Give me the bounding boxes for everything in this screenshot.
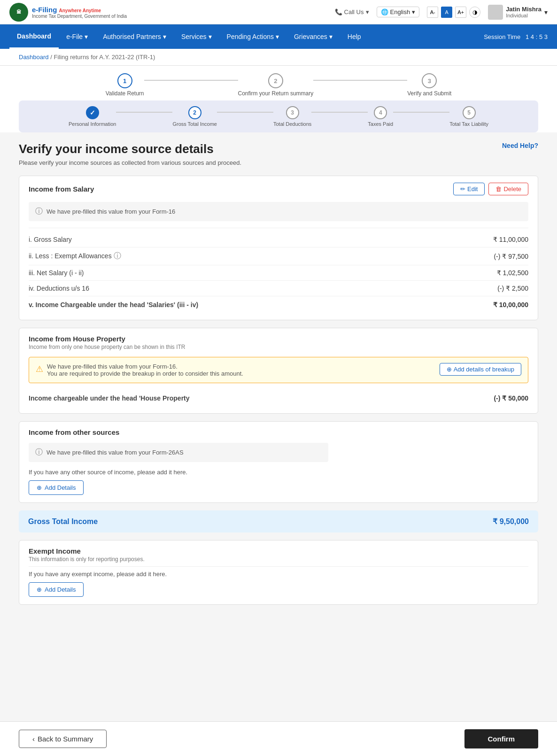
salary-row-label-3: iv. Deductions u/s 16 — [29, 285, 89, 292]
gross-total-label: Gross Total Income — [28, 517, 98, 526]
font-decrease-button[interactable]: A- — [427, 7, 438, 18]
svc-chevron: ▾ — [209, 33, 212, 40]
language-selector[interactable]: 🌐 English ▾ — [377, 7, 420, 17]
salary-row-label-4: v. Income Chargeable under the head 'Sal… — [29, 301, 198, 309]
globe-icon: 🌐 — [381, 8, 388, 15]
contrast-button[interactable]: ◑ — [469, 7, 480, 18]
step-sub-label-3: Total Deductions — [273, 121, 311, 127]
other-sources-add-text: If you have any other source of income, … — [29, 469, 528, 476]
phone-icon: 📞 — [335, 8, 342, 15]
step-sub-3: 3 Total Deductions — [273, 106, 311, 127]
top-bar-right: 📞 Call Us ▾ 🌐 English ▾ A- A A+ ◑ Jatin … — [335, 5, 548, 20]
exempt-card-body: If you have any exempt income, please ad… — [19, 566, 538, 604]
nav-item-efile[interactable]: e-File ▾ — [59, 24, 95, 49]
step-sub-label-5: Total Tax Liability — [449, 121, 488, 127]
step-sub-label-1: Personal Information — [69, 121, 116, 127]
step-main-label-2: Confirm your Return summary — [238, 90, 314, 97]
language-label: English — [390, 8, 410, 15]
salary-row-value-0: ₹ 11,00,000 — [493, 236, 528, 243]
step-main-2: 2 Confirm your Return summary — [238, 73, 314, 97]
warn-text-2: You are required to provide the breakup … — [47, 370, 243, 377]
salary-row-value-4: ₹ 10,00,000 — [493, 301, 528, 309]
call-us-link[interactable]: 📞 Call Us ▾ — [335, 8, 369, 15]
salary-row-label-1: ii. Less : Exempt Allowances ⓘ — [29, 251, 121, 261]
font-increase-button[interactable]: A+ — [455, 7, 466, 18]
other-sources-prefill-text: We have pre-filled this value from your … — [46, 449, 184, 456]
salary-edit-button[interactable]: ✏ Edit — [453, 183, 485, 195]
page-title: Verify your income source details — [19, 142, 214, 156]
warn-banner-message: We have pre-filled this value from your … — [47, 363, 243, 377]
exempt-add-details-button[interactable]: ⊕ Add Details — [29, 582, 84, 597]
session-time: Session Time 1 4 : 5 3 — [484, 33, 548, 40]
exempt-card-header: Exempt Income This information is only f… — [19, 540, 538, 564]
warning-icon: ⚠ — [36, 364, 43, 374]
call-us-chevron: ▾ — [366, 8, 369, 15]
step-sub-2: 2 Gross Total Income — [172, 106, 217, 127]
top-bar: 🏛 e-Filing Anywhere Anytime Income Tax D… — [0, 0, 557, 24]
step-sub-label-2: Gross Total Income — [172, 121, 217, 127]
user-info[interactable]: Jatin Mishra Individual ▾ — [488, 5, 548, 20]
info-icon-2: ⓘ — [35, 447, 43, 457]
step-sub-line-3 — [311, 112, 368, 113]
nav-item-grievances[interactable]: Grievances ▾ — [286, 24, 340, 49]
trash-icon: 🗑 — [495, 185, 502, 193]
step-main-3: 3 Verify and Submit — [407, 73, 451, 97]
stepper-outer: 1 Validate Return 2 Confirm your Return … — [0, 66, 557, 132]
salary-card-actions: ✏ Edit 🗑 Delete — [453, 183, 528, 195]
house-property-row-value-0: (-) ₹ 50,000 — [494, 394, 528, 402]
nav-item-help[interactable]: Help — [340, 24, 369, 49]
font-normal-button[interactable]: A — [441, 7, 452, 18]
salary-card-title: Income from Salary — [29, 185, 94, 193]
exempt-add-text: If you have any exempt income, please ad… — [29, 571, 528, 578]
page-subtitle: Please verify your income sources as col… — [19, 159, 538, 166]
step-sub-1: ✓ Personal Information — [69, 106, 116, 127]
page-header: Verify your income source details Need H… — [19, 142, 538, 156]
other-sources-add-details-button[interactable]: ⊕ Add Details — [29, 480, 84, 495]
logo-subtitle: Income Tax Department, Government of Ind… — [32, 14, 127, 19]
add-breakup-button[interactable]: ⊕ Add details of breakup — [440, 363, 521, 376]
nav-bar: Dashboard e-File ▾ Authorised Partners ▾… — [0, 24, 557, 49]
logo-text: e-Filing Anywhere Anytime Income Tax Dep… — [32, 6, 127, 19]
step-sub-label-4: Taxes Paid — [368, 121, 393, 127]
house-property-card: Income from House Property Income from o… — [19, 328, 538, 414]
step-main-circle-3: 3 — [422, 73, 437, 88]
salary-card-header: Income from Salary ✏ Edit 🗑 Delete — [19, 176, 538, 202]
user-type: Individual — [506, 13, 542, 18]
need-help-button[interactable]: Need Help? — [502, 142, 538, 149]
house-property-subtitle: Income from only one house property can … — [29, 344, 186, 350]
info-icon: ⓘ — [35, 207, 43, 216]
house-property-row-0: Income chargeable under the head 'House … — [29, 390, 528, 406]
step-sub-5: 5 Total Tax Liability — [449, 106, 488, 127]
stepper-sub: ✓ Personal Information 2 Gross Total Inc… — [19, 100, 538, 132]
warn-text-1: We have pre-filled this value from your … — [47, 363, 243, 370]
house-property-title: Income from House Property — [29, 335, 125, 343]
nav-item-dashboard[interactable]: Dashboard — [9, 24, 59, 49]
salary-prefill-notice: ⓘ We have pre-filled this value from you… — [29, 202, 528, 221]
call-us-label: Call Us — [344, 8, 364, 15]
other-sources-prefill-notice: ⓘ We have pre-filled this value from you… — [29, 443, 328, 462]
user-name: Jatin Mishra — [506, 6, 542, 13]
pencil-icon: ✏ — [460, 185, 465, 193]
other-sources-card-body: ⓘ We have pre-filled this value from you… — [19, 443, 538, 502]
step-sub-line-4 — [393, 112, 449, 113]
breadcrumb-dashboard[interactable]: Dashboard — [19, 54, 49, 61]
step-sub-line-1 — [116, 112, 172, 113]
nav-item-authorised-partners[interactable]: Authorised Partners ▾ — [95, 24, 174, 49]
salary-row-value-3: (-) ₹ 2,500 — [497, 285, 528, 292]
pa-chevron: ▾ — [276, 33, 279, 40]
stepper-main: 1 Validate Return 2 Confirm your Return … — [19, 73, 538, 97]
nav-item-services[interactable]: Services ▾ — [174, 24, 219, 49]
breadcrumb-current: Filing returns for A.Y. 2021-22 (ITR-1) — [54, 54, 155, 61]
gr-chevron: ▾ — [329, 33, 333, 40]
step-sub-circle-2: 2 — [188, 106, 201, 119]
exempt-divider — [29, 566, 528, 567]
other-sources-title: Income from other sources — [29, 428, 119, 436]
house-property-card-header: Income from House Property Income from o… — [19, 328, 538, 357]
ap-chevron: ▾ — [163, 33, 166, 40]
salary-delete-button[interactable]: 🗑 Delete — [488, 183, 528, 195]
warn-banner-text: ⚠ We have pre-filled this value from you… — [36, 363, 243, 377]
plus-circle-icon-2: ⊕ — [37, 586, 42, 593]
house-property-card-body: ⚠ We have pre-filled this value from you… — [19, 357, 538, 413]
nav-item-pending-actions[interactable]: Pending Actions ▾ — [219, 24, 286, 49]
step-main-line-1 — [144, 80, 238, 81]
